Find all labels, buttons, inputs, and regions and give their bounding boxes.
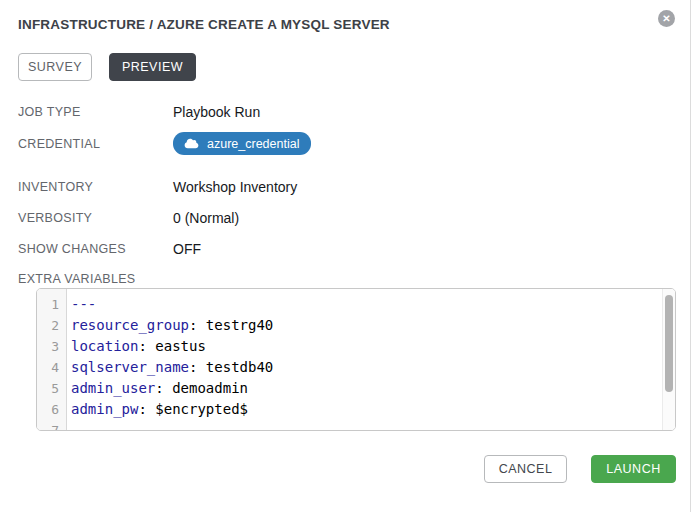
- line-number: 4: [37, 357, 67, 378]
- field-row-show-changes: SHOW CHANGES OFF: [18, 241, 201, 257]
- tab-bar: SURVEY PREVIEW: [18, 53, 196, 81]
- show-changes-value: OFF: [173, 241, 201, 257]
- job-launch-preview-modal: INFRASTRUCTURE / AZURE CREATE A MYSQL SE…: [0, 0, 698, 512]
- field-row-verbosity: VERBOSITY 0 (Normal): [18, 210, 239, 226]
- modal-footer: CANCEL LAUNCH: [484, 455, 676, 483]
- extra-variables-label-row: EXTRA VARIABLES: [18, 272, 173, 286]
- inventory-label: INVENTORY: [18, 180, 173, 194]
- editor-code-area: 1 --- 2 resource_group: testrg40 3 locat…: [37, 294, 661, 431]
- show-changes-label: SHOW CHANGES: [18, 242, 173, 256]
- extra-variables-editor[interactable]: 1 --- 2 resource_group: testrg40 3 locat…: [36, 288, 676, 431]
- extra-variables-label: EXTRA VARIABLES: [18, 272, 173, 286]
- field-row-credential: CREDENTIAL azure_credential: [18, 132, 311, 155]
- code-line: 4 sqlserver_name: testdb40: [37, 357, 661, 378]
- code-line: 3 location: eastus: [37, 336, 661, 357]
- close-icon[interactable]: ✕: [658, 10, 675, 27]
- modal-title: INFRASTRUCTURE / AZURE CREATE A MYSQL SE…: [18, 17, 390, 32]
- line-number: 2: [37, 315, 67, 336]
- line-number: 6: [37, 399, 67, 420]
- tab-preview[interactable]: PREVIEW: [109, 53, 196, 81]
- credential-badge[interactable]: azure_credential: [173, 132, 311, 155]
- credential-label: CREDENTIAL: [18, 137, 173, 151]
- line-number: 3: [37, 336, 67, 357]
- launch-button[interactable]: LAUNCH: [591, 455, 676, 483]
- verbosity-label: VERBOSITY: [18, 211, 173, 225]
- tab-survey[interactable]: SURVEY: [18, 53, 92, 81]
- code-line: 5 admin_user: demoadmin: [37, 378, 661, 399]
- editor-scrollbar-thumb[interactable]: [665, 295, 673, 392]
- line-number: 7: [37, 420, 67, 431]
- code-line: 2 resource_group: testrg40: [37, 315, 661, 336]
- job-type-value: Playbook Run: [173, 104, 260, 120]
- line-number: 5: [37, 378, 67, 399]
- inventory-value: Workshop Inventory: [173, 179, 297, 195]
- field-row-job-type: JOB TYPE Playbook Run: [18, 104, 260, 120]
- code-line: 7: [37, 420, 661, 431]
- line-number: 1: [37, 294, 67, 315]
- cancel-button[interactable]: CANCEL: [484, 455, 567, 483]
- editor-scrollbar-track[interactable]: [662, 289, 675, 430]
- cloud-icon: [184, 138, 199, 149]
- job-type-label: JOB TYPE: [18, 105, 173, 119]
- verbosity-value: 0 (Normal): [173, 210, 239, 226]
- code-line: 6 admin_pw: $encrypted$: [37, 399, 661, 420]
- field-row-inventory: INVENTORY Workshop Inventory: [18, 179, 297, 195]
- modal-right-edge: [690, 0, 691, 512]
- code-line: 1 ---: [37, 294, 661, 315]
- credential-badge-label: azure_credential: [207, 137, 299, 151]
